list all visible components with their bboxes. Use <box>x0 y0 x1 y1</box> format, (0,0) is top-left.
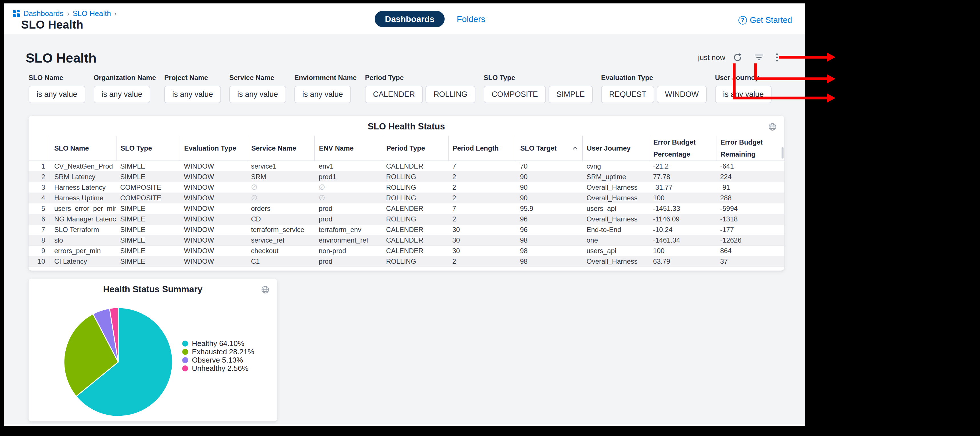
health-status-pie-chart <box>62 306 174 418</box>
table-cell: SIMPLE <box>116 235 180 246</box>
filter-value-button[interactable]: is any value <box>294 86 351 103</box>
row-number-cell: 6 <box>29 214 50 224</box>
filter-value-button[interactable]: REQUEST <box>601 86 654 103</box>
table-cell: SIMPLE <box>116 246 180 256</box>
table-row[interactable]: 6NG Manager LatencySIMPLEWINDOWCDprodROL… <box>29 214 784 224</box>
table-cell: prod1 <box>315 171 382 182</box>
table-cell: Overall_Harness <box>582 182 649 193</box>
globe-icon <box>261 286 270 294</box>
filter-group-organization-name: Organization Nameis any value <box>94 74 156 103</box>
table-row[interactable]: 2SRM LatencySIMPLEWINDOWSRMprod1ROLLING2… <box>29 171 784 182</box>
table-cell: CV_NextGen_Prod <box>50 161 116 171</box>
table-cell: SRM Latency <box>50 171 116 182</box>
row-number-cell: 2 <box>29 171 50 182</box>
table-cell: CALENDER <box>382 161 448 171</box>
filter-value-button[interactable]: CALENDER <box>365 86 423 103</box>
table-row[interactable]: 8sloSIMPLEWINDOWservice_refenvironment_r… <box>29 235 784 246</box>
table-panel-title: SLO Health Status <box>29 116 784 132</box>
slo-health-table: SLO NameSLO TypeEvaluation TypeService N… <box>29 136 784 267</box>
kebab-menu-icon[interactable] <box>775 53 779 62</box>
refresh-icon[interactable] <box>733 53 743 62</box>
filter-value-button[interactable]: COMPOSITE <box>484 86 546 103</box>
table-cell: SIMPLE <box>116 161 180 171</box>
column-header-env-name[interactable]: ENV Name <box>315 136 382 161</box>
slo-health-status-panel: SLO Health Status SLO NameSLO TypeEvalua… <box>29 116 784 271</box>
table-cell: Overall_Harness <box>582 193 649 203</box>
table-row[interactable]: 1CV_NextGen_ProdSIMPLEWINDOWservice1env1… <box>29 161 784 171</box>
legend-item-unhealthy[interactable]: Unhealthy 2.56% <box>182 364 254 372</box>
filter-group-evaluation-type: Evaluation TypeREQUESTWINDOW <box>601 74 707 103</box>
table-row[interactable]: 3Harness LatencyCOMPOSITEWINDOW∅∅ROLLING… <box>29 182 784 193</box>
column-header-slo-target[interactable]: SLO Target <box>516 136 582 161</box>
table-cell: 7 <box>448 203 516 214</box>
table-cell: 98 <box>516 246 582 256</box>
table-cell: -177 <box>716 224 784 235</box>
column-header-period-type[interactable]: Period Type <box>382 136 448 161</box>
table-cell: 224 <box>716 171 784 182</box>
filter-label: SLO Type <box>484 74 593 82</box>
filter-icon[interactable] <box>754 53 764 62</box>
dashboard-heading: SLO Health <box>26 50 97 66</box>
table-cell: WINDOW <box>180 256 247 267</box>
table-row[interactable]: 4Harness UptimeCOMPOSITEWINDOW∅∅ROLLING2… <box>29 193 784 203</box>
annotation-arrow-elbow-refresh <box>733 64 736 99</box>
table-scrollbar[interactable] <box>781 147 784 158</box>
column-header-service-name[interactable]: Service Name <box>247 136 315 161</box>
row-number-cell: 10 <box>29 256 50 267</box>
legend-label: Exhausted 28.21% <box>192 347 254 356</box>
table-cell: WINDOW <box>180 182 247 193</box>
help-question-icon: ? <box>738 16 747 25</box>
table-cell: CALENDER <box>382 203 448 214</box>
table-cell: WINDOW <box>180 161 247 171</box>
table-cell: -91 <box>716 182 784 193</box>
table-row[interactable]: 9errors_per_minSIMPLEWINDOWcheckoutnon-p… <box>29 246 784 256</box>
table-header: SLO NameSLO TypeEvaluation TypeService N… <box>29 136 784 161</box>
filter-value-button[interactable]: is any value <box>29 86 85 103</box>
column-header-error-budget[interactable]: Error BudgetPercentage <box>649 136 716 161</box>
filter-value-button[interactable]: is any value <box>164 86 221 103</box>
table-cell: WINDOW <box>180 235 247 246</box>
table-cell: environment_ref <box>315 235 382 246</box>
filter-value-button[interactable]: is any value <box>94 86 151 103</box>
pie-legend: Healthy 64.10%Exhausted 28.21%Observe 5.… <box>182 339 254 372</box>
filter-value-button[interactable]: is any value <box>229 86 286 103</box>
breadcrumb-slo-health[interactable]: SLO Health <box>73 9 111 18</box>
filter-value-button[interactable]: ROLLING <box>425 86 476 103</box>
legend-item-exhausted[interactable]: Exhausted 28.21% <box>182 348 254 356</box>
filter-label: SLO Name <box>29 74 85 82</box>
table-cell: checkout <box>247 246 315 256</box>
filter-value-button[interactable]: is any value <box>715 86 772 103</box>
tab-folders[interactable]: Folders <box>457 14 485 24</box>
legend-dot <box>182 366 188 371</box>
table-cell: one <box>582 235 649 246</box>
column-header-error-budget[interactable]: Error BudgetRemaining <box>716 136 784 161</box>
table-cell: env1 <box>315 161 382 171</box>
column-header-period-length[interactable]: Period Length <box>448 136 516 161</box>
table-cell: 96 <box>516 214 582 224</box>
table-cell: WINDOW <box>180 171 247 182</box>
table-cell: service_ref <box>247 235 315 246</box>
table-cell: WINDOW <box>180 224 247 235</box>
column-header-slo-type[interactable]: SLO Type <box>116 136 180 161</box>
table-row[interactable]: 5users_error_per_minSIMPLEWINDOWorderspr… <box>29 203 784 214</box>
legend-item-healthy[interactable]: Healthy 64.10% <box>182 339 254 348</box>
table-cell: orders <box>247 203 315 214</box>
annotation-arrow-shaft-filter <box>754 77 828 80</box>
filter-value-button[interactable]: WINDOW <box>657 86 706 103</box>
table-row[interactable]: 10CI LatencySIMPLEWINDOWC1prodROLLING298… <box>29 256 784 267</box>
table-cell: SIMPLE <box>116 256 180 267</box>
tab-dashboards[interactable]: Dashboards <box>375 11 445 27</box>
row-number-cell: 4 <box>29 193 50 203</box>
column-header-evaluation-type[interactable]: Evaluation Type <box>180 136 247 161</box>
filter-label: Evaluation Type <box>601 74 707 82</box>
legend-item-observe[interactable]: Observe 5.13% <box>182 356 254 364</box>
column-header-slo-name[interactable]: SLO Name <box>50 136 116 161</box>
column-header-row-number[interactable] <box>29 136 50 161</box>
column-header-user-journey[interactable]: User Journey <box>582 136 649 161</box>
top-bar: Dashboards › SLO Health › SLO Health Das… <box>4 3 805 34</box>
filter-value-button[interactable]: SIMPLE <box>549 86 593 103</box>
annotation-arrowhead-refresh <box>827 93 835 102</box>
table-row[interactable]: 7SLO TerraformSIMPLEWINDOWterraform_serv… <box>29 224 784 235</box>
breadcrumb-dashboards[interactable]: Dashboards <box>24 9 64 18</box>
get-started-link[interactable]: ? Get Started <box>738 16 792 25</box>
